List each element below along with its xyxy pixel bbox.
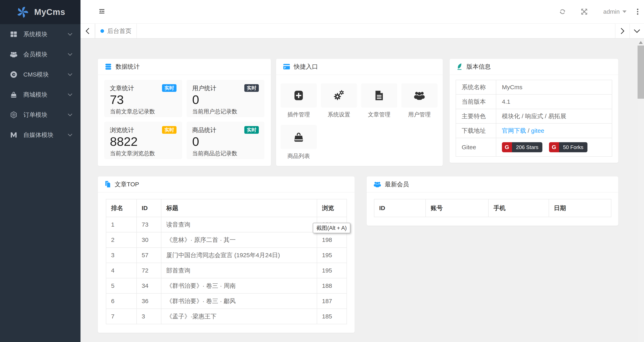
official-download-link[interactable]: 官网下载	[502, 127, 526, 134]
stats-card: 数据统计 文章统计 实时 73 当前文章总记录数 用户统计	[98, 59, 271, 166]
version-row-label: 系统名称	[456, 80, 496, 95]
shortcut-label: 系统设置	[321, 111, 357, 118]
user-menu[interactable]: admin	[603, 8, 626, 15]
col-title: 标题	[161, 199, 317, 217]
table-row: 357 厦门中国台湾同志会宣言 (1925年4月24日)195	[106, 247, 347, 263]
shortcut-label: 插件管理	[280, 111, 317, 118]
gears-icon	[334, 90, 344, 101]
chevron-down-icon	[68, 113, 72, 116]
col-phone: 手机	[488, 199, 549, 217]
card-title: 版本信息	[466, 63, 491, 71]
stat-label: 浏览统计	[110, 126, 134, 134]
version-row-label: 下载地址	[456, 124, 496, 138]
collapse-menu-icon[interactable]	[98, 8, 106, 15]
tab-label: 后台首页	[107, 27, 132, 35]
sidebar-item-orders[interactable]: 订单模块	[0, 105, 80, 125]
col-id: ID	[374, 199, 426, 217]
cards-row-2: 文章TOP 排名 ID 标题 浏览 173 读音查询199	[98, 176, 638, 333]
shopping-bag-icon	[294, 132, 304, 142]
sidebar-item-label: CMS模块	[23, 71, 68, 79]
admin-dashboard: MyCms 系统模块 会员模块	[0, 0, 644, 342]
pinwheel-logo-icon	[16, 6, 29, 19]
stat-value: 0	[192, 135, 259, 148]
table-row: 636 《群书治要》· 卷三 · 鄘风187	[106, 293, 347, 309]
status-badge: 实时	[162, 84, 176, 92]
gitee-link[interactable]: gitee	[531, 127, 544, 134]
stats-card-header: 数据统计	[98, 59, 271, 75]
chevron-down-icon	[68, 53, 72, 56]
chevron-down-icon	[68, 73, 72, 76]
table-row: 534 《群书治要》· 卷三 · 周南188	[106, 278, 347, 293]
disc-icon	[10, 71, 18, 78]
gitee-stars-badge[interactable]: G206 Stars	[502, 142, 542, 152]
sidebar-item-media[interactable]: 自媒体模块	[0, 125, 80, 145]
shortcut-plugins[interactable]: 插件管理	[280, 83, 317, 118]
shortcut-goods[interactable]: 商品列表	[280, 125, 317, 160]
cards-row-1: 数据统计 文章统计 实时 73 当前文章总记录数 用户统计	[98, 59, 638, 166]
sidebar-item-members[interactable]: 会员模块	[0, 44, 80, 65]
status-badge: 实时	[244, 84, 259, 92]
table-row: 230 《意林》· 原序二首 · 其一198	[106, 232, 347, 247]
screenshot-tooltip: 截图(Alt + A)	[313, 223, 350, 233]
topbar-actions: admin	[559, 8, 644, 15]
stat-label: 商品统计	[192, 126, 216, 134]
main-content: 数据统计 文章统计 实时 73 当前文章总记录数 用户统计	[80, 39, 638, 342]
tooltip-text: 截图(Alt + A)	[316, 225, 347, 231]
table-row: 173 读音查询199	[106, 217, 347, 232]
sidebar-item-label: 系统模块	[23, 30, 68, 39]
card-title: 最新会员	[385, 180, 409, 189]
stat-label: 用户统计	[192, 84, 216, 93]
shopping-bag-icon	[10, 91, 18, 98]
tab-home[interactable]: 后台首页	[95, 24, 137, 38]
users-icon	[414, 91, 425, 100]
more-options-icon[interactable]	[637, 9, 638, 15]
gitee-logo-icon: G	[502, 142, 512, 152]
chevron-down-icon	[68, 33, 72, 36]
version-row-label: 主要特色	[456, 109, 496, 124]
stat-desc: 当前商品总记录数	[192, 150, 259, 157]
tabs-scroll-left-icon[interactable]	[80, 24, 95, 38]
version-row-value: G206 Stars G50 Forks	[496, 138, 612, 157]
card-title: 快捷入口	[294, 63, 318, 71]
stat-value: 8822	[110, 135, 176, 148]
shortcut-label: 商品列表	[280, 152, 317, 160]
status-badge: 实时	[162, 126, 176, 134]
shortcuts-grid: 插件管理	[276, 75, 443, 160]
shortcut-articles[interactable]: 文章管理	[361, 83, 397, 118]
article-table-wrap: 排名 ID 标题 浏览 173 读音查询199 230 《意林》· 原序二首 ·…	[98, 193, 354, 324]
app-logo[interactable]: MyCms	[0, 0, 80, 24]
table-header-row: 排名 ID 标题 浏览	[106, 199, 347, 217]
sidebar-item-cms[interactable]: CMS模块	[0, 65, 80, 85]
fullscreen-icon[interactable]	[580, 8, 588, 15]
username: admin	[603, 8, 620, 15]
sidebar: MyCms 系统模块 会员模块	[0, 0, 80, 342]
scrollbar-thumb[interactable]	[638, 46, 644, 99]
refresh-icon[interactable]	[559, 8, 566, 15]
version-card: 版本信息 系统名称 MyCms 当前版本 4.1 主要特色	[450, 59, 618, 163]
stat-value: 73	[110, 93, 176, 107]
sidebar-item-label: 订单模块	[23, 111, 68, 119]
scrollbar-track[interactable]	[638, 39, 644, 342]
stat-value: 0	[192, 93, 259, 107]
members-table-wrap: ID 账号 手机 日期	[367, 193, 618, 217]
plus-square-icon	[294, 90, 304, 101]
window-icon	[283, 64, 290, 70]
version-table-wrap: 系统名称 MyCms 当前版本 4.1 主要特色 模块化 / 响应式 / 易拓展	[450, 75, 618, 157]
gitee-forks-badge[interactable]: G50 Forks	[549, 142, 588, 152]
stat-label: 文章统计	[110, 84, 134, 93]
users-icon	[374, 181, 381, 188]
members-table: ID 账号 手机 日期	[374, 199, 612, 217]
shortcuts-card: 快捷入口 插件管理	[276, 59, 443, 166]
shortcut-users[interactable]: 用户管理	[401, 83, 438, 118]
tabs-menu-icon[interactable]	[630, 24, 644, 38]
sidebar-item-system[interactable]: 系统模块	[0, 24, 80, 44]
stat-tile-users: 用户统计 实时 0 当前用户总记录数	[186, 80, 264, 117]
chevron-down-icon	[68, 133, 72, 137]
users-icon	[10, 51, 18, 58]
tabs-scroll-right-icon[interactable]	[615, 24, 630, 38]
sidebar-item-shop[interactable]: 商城模块	[0, 85, 80, 105]
article-top-header: 文章TOP	[98, 176, 354, 193]
shortcut-settings[interactable]: 系统设置	[321, 83, 357, 118]
file-text-icon	[374, 90, 384, 101]
scrollbar-up-icon[interactable]	[639, 41, 643, 44]
